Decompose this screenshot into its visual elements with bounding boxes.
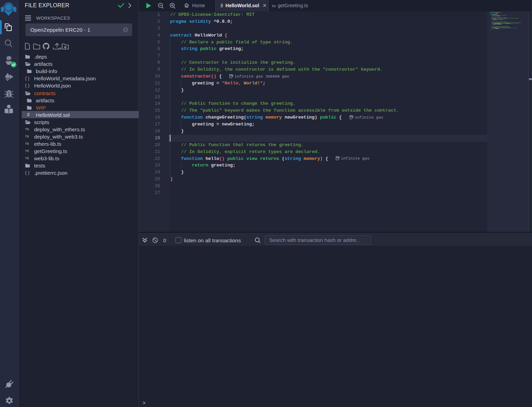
svg-text:listen on all transactions: listen on all transactions: [184, 237, 241, 243]
svg-text:0: 0: [163, 237, 166, 243]
